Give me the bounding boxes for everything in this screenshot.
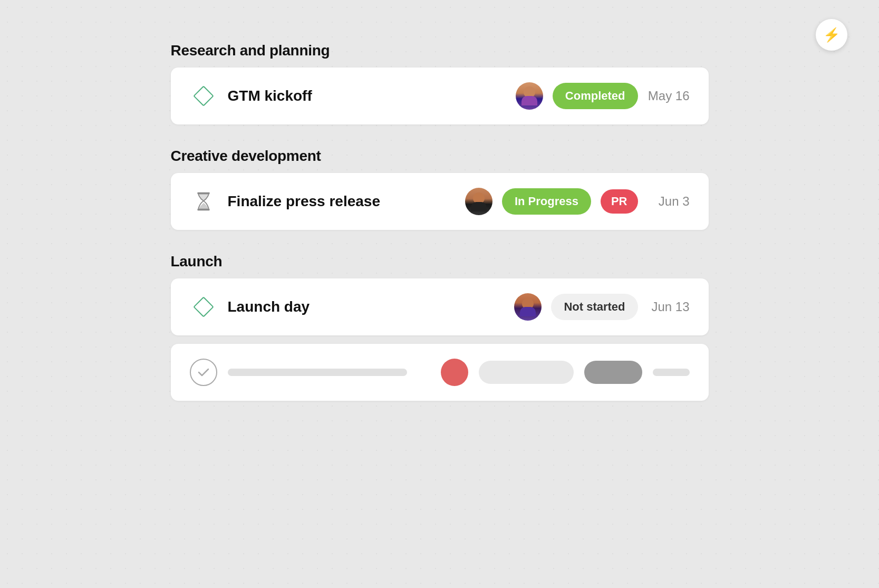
task-name-gtm: GTM kickoff <box>228 88 516 104</box>
task-card-press-release[interactable]: Finalize press release In Progress PR Ju… <box>171 173 709 230</box>
status-badge-in-progress: In Progress <box>502 188 591 215</box>
task-icon-hourglass <box>190 188 217 215</box>
task-right-press: In Progress PR Jun 3 <box>465 188 690 215</box>
quick-actions-button[interactable]: ⚡ <box>816 19 847 51</box>
skeleton-avatar-red <box>441 359 468 386</box>
lightning-icon: ⚡ <box>823 27 840 43</box>
section-header-research: Research and planning <box>171 42 709 59</box>
section-header-launch: Launch <box>171 253 709 270</box>
hourglass-icon <box>195 191 212 211</box>
status-badge-not-started: Not started <box>551 294 637 320</box>
task-icon-diamond <box>190 82 217 110</box>
section-launch: Launch Launch day Not started Jun 13 <box>171 253 709 401</box>
task-date-press: Jun 3 <box>648 194 690 209</box>
check-icon <box>198 368 209 377</box>
task-card-launch-day[interactable]: Launch day Not started Jun 13 <box>171 278 709 335</box>
status-badge-completed: Completed <box>553 83 638 109</box>
task-right-launch: Not started Jun 13 <box>514 293 689 321</box>
task-date-gtm: May 16 <box>648 89 690 103</box>
task-card-gtm-kickoff[interactable]: GTM kickoff Completed May 16 <box>171 68 709 124</box>
skeleton-task-row <box>171 344 709 401</box>
diamond-icon <box>193 85 214 107</box>
task-icon-diamond-launch <box>190 293 217 321</box>
pr-tag: PR <box>601 189 638 214</box>
skeleton-date-bar <box>653 369 690 376</box>
diamond-icon-launch <box>193 296 214 317</box>
skeleton-tag-pill <box>584 361 642 384</box>
section-creative-development: Creative development Finalize press rele… <box>171 148 709 230</box>
task-name-press-release: Finalize press release <box>228 193 465 210</box>
section-header-creative: Creative development <box>171 148 709 165</box>
avatar-woman1 <box>516 82 543 110</box>
skeleton-text-bar <box>228 369 407 376</box>
page-container: Research and planning GTM kickoff Comple… <box>150 0 730 445</box>
task-date-launch: Jun 13 <box>648 300 690 314</box>
task-name-launch: Launch day <box>228 298 515 315</box>
skeleton-check-circle <box>190 359 217 386</box>
avatar-man1 <box>465 188 492 215</box>
task-right-gtm: Completed May 16 <box>516 82 690 110</box>
section-research-planning: Research and planning GTM kickoff Comple… <box>171 42 709 124</box>
skeleton-status-pill <box>479 361 574 384</box>
avatar-woman2 <box>514 293 542 321</box>
